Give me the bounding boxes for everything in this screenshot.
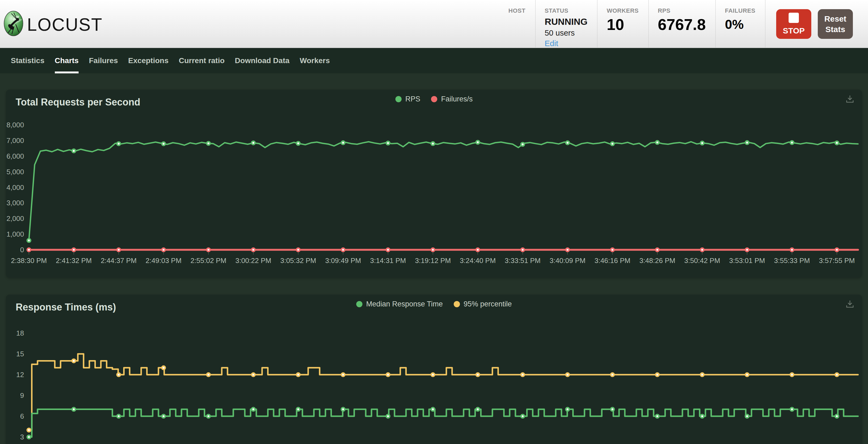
logo[interactable]: LOCUST <box>4 11 103 37</box>
rps-legend-label: RPS <box>405 95 421 103</box>
response-times-chart-title: Response Times (ms) <box>16 302 116 313</box>
edit-link[interactable]: Edit <box>545 39 558 48</box>
workers-value: 10 <box>607 16 624 33</box>
header-buttons: STOP Reset Stats <box>776 9 853 39</box>
svg-text:3:14:31 PM: 3:14:31 PM <box>370 257 406 265</box>
svg-text:6: 6 <box>20 412 24 420</box>
stat-rps: RPS 6767.8 <box>649 0 716 48</box>
header-stats: HOST STATUS RUNNING 50 users Edit WORKER… <box>499 0 765 48</box>
tab-failures[interactable]: Failures <box>89 48 118 73</box>
legend-item-median[interactable]: Median Response Time <box>356 300 443 308</box>
svg-text:3:55:33 PM: 3:55:33 PM <box>774 257 810 265</box>
p95-legend-label: 95% percentile <box>464 300 512 308</box>
stat-host: HOST <box>499 0 535 48</box>
svg-text:9: 9 <box>20 391 24 400</box>
svg-text:3:09:49 PM: 3:09:49 PM <box>325 257 361 265</box>
status-value: RUNNING <box>545 16 588 27</box>
stat-status: STATUS RUNNING 50 users Edit <box>535 0 598 48</box>
svg-text:3:46:16 PM: 3:46:16 PM <box>594 257 630 265</box>
legend-item-rps[interactable]: RPS <box>395 95 421 103</box>
svg-text:3:50:42 PM: 3:50:42 PM <box>684 257 720 265</box>
workers-label: WORKERS <box>607 7 639 14</box>
svg-text:8,000: 8,000 <box>6 121 24 129</box>
tab-workers[interactable]: Workers <box>300 48 330 73</box>
svg-text:3:00:22 PM: 3:00:22 PM <box>236 257 272 265</box>
svg-text:5,000: 5,000 <box>6 168 24 176</box>
svg-text:2:44:37 PM: 2:44:37 PM <box>101 257 137 265</box>
legend-item-failures[interactable]: Failures/s <box>431 95 473 103</box>
svg-text:3:57:55 PM: 3:57:55 PM <box>819 257 855 265</box>
svg-text:0: 0 <box>20 246 24 254</box>
svg-text:12: 12 <box>16 371 24 379</box>
p95-legend-dot-icon <box>454 301 460 307</box>
rps-value: 6767.8 <box>658 16 706 33</box>
svg-text:3:40:09 PM: 3:40:09 PM <box>550 257 586 265</box>
rps-legend-dot-icon <box>395 96 402 102</box>
reset-button-label-2: Stats <box>825 24 845 35</box>
tab-exceptions[interactable]: Exceptions <box>128 48 168 73</box>
tab-download-data[interactable]: Download Data <box>235 48 289 73</box>
svg-text:4,000: 4,000 <box>6 183 24 192</box>
status-label: STATUS <box>545 7 568 14</box>
stat-workers: WORKERS 10 <box>597 0 648 48</box>
failures-label: FAILURES <box>725 7 755 14</box>
main-content: 01,0002,0003,0004,0005,0006,0007,0008,00… <box>0 73 868 444</box>
svg-text:2,000: 2,000 <box>6 214 24 223</box>
svg-text:1,000: 1,000 <box>6 230 24 238</box>
svg-text:3: 3 <box>20 433 24 441</box>
response-times-chart: 369121518 <box>6 295 862 444</box>
host-label: HOST <box>508 7 526 14</box>
failures-legend-dot-icon <box>431 96 437 102</box>
svg-text:6,000: 6,000 <box>6 152 24 160</box>
rps-label: RPS <box>658 7 671 14</box>
main-nav: StatisticsChartsFailuresExceptionsCurren… <box>0 48 868 73</box>
failures-value: 0% <box>725 17 744 32</box>
svg-text:3:53:01 PM: 3:53:01 PM <box>729 257 765 265</box>
stop-button[interactable]: STOP <box>776 9 811 39</box>
svg-text:3,000: 3,000 <box>6 199 24 207</box>
rps-chart: 01,0002,0003,0004,0005,0006,0007,0008,00… <box>6 90 862 278</box>
rps-chart-title: Total Requests per Second <box>16 97 140 108</box>
svg-text:7,000: 7,000 <box>6 136 24 145</box>
stat-failures: FAILURES 0% <box>716 0 765 48</box>
svg-text:18: 18 <box>16 329 24 337</box>
tab-current-ratio[interactable]: Current ratio <box>179 48 225 73</box>
tab-charts[interactable]: Charts <box>55 48 79 73</box>
svg-text:3:48:26 PM: 3:48:26 PM <box>639 257 675 265</box>
svg-text:3:19:12 PM: 3:19:12 PM <box>415 257 451 265</box>
reset-button-label-1: Reset <box>824 13 846 24</box>
failures-legend-label: Failures/s <box>441 95 473 103</box>
stop-square-icon <box>788 13 799 23</box>
response-times-chart-panel: 369121518 Response Times (ms) Median Res… <box>6 295 862 444</box>
svg-text:3:05:32 PM: 3:05:32 PM <box>280 257 316 265</box>
app-header: LOCUST HOST STATUS RUNNING 50 users Edit… <box>0 0 868 48</box>
legend-item-p95[interactable]: 95% percentile <box>454 300 512 308</box>
reset-stats-button[interactable]: Reset Stats <box>818 9 853 39</box>
svg-text:3:24:40 PM: 3:24:40 PM <box>460 257 496 265</box>
svg-text:3:33:51 PM: 3:33:51 PM <box>505 257 541 265</box>
median-legend-label: Median Response Time <box>366 300 443 308</box>
tab-statistics[interactable]: Statistics <box>11 48 44 73</box>
locust-logo-icon <box>4 11 23 37</box>
svg-text:2:55:02 PM: 2:55:02 PM <box>190 257 226 265</box>
download-chart-icon[interactable] <box>845 299 855 310</box>
download-chart-icon[interactable] <box>845 94 855 105</box>
svg-text:2:38:30 PM: 2:38:30 PM <box>11 257 47 265</box>
status-users: 50 users <box>545 29 575 37</box>
rps-chart-panel: 01,0002,0003,0004,0005,0006,0007,0008,00… <box>6 90 862 278</box>
locust-app: { "header": { "logo_text": "LOCUST", "st… <box>0 0 868 444</box>
svg-text:2:49:03 PM: 2:49:03 PM <box>146 257 182 265</box>
svg-text:15: 15 <box>16 350 24 358</box>
stop-button-label: STOP <box>783 26 805 35</box>
logo-text: LOCUST <box>27 14 103 35</box>
median-legend-dot-icon <box>356 301 363 307</box>
svg-text:2:41:32 PM: 2:41:32 PM <box>56 257 92 265</box>
